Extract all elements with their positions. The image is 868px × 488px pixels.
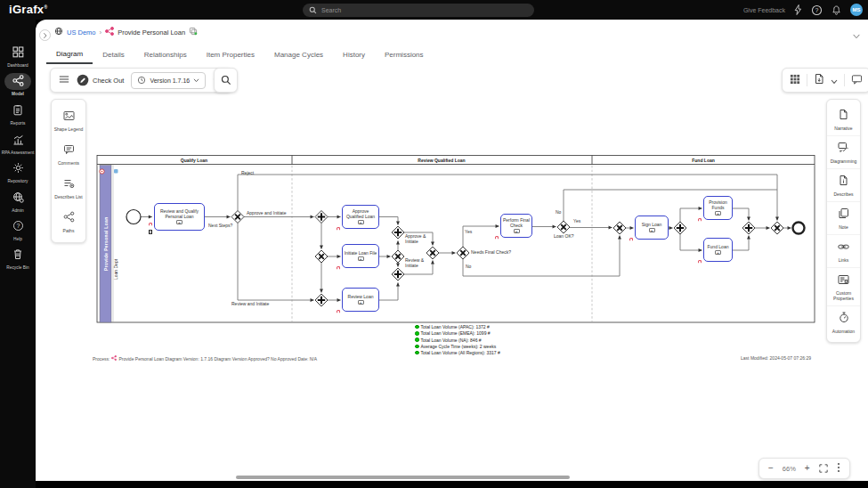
resource-loop-icon (149, 223, 152, 226)
export-caret-icon[interactable] (831, 72, 838, 88)
end-event[interactable] (793, 223, 805, 234)
describes-button[interactable]: Describes (827, 169, 860, 202)
green-status-dot (415, 345, 419, 349)
narrative-button[interactable]: Narrative (827, 103, 860, 136)
task-fund-loan[interactable]: Fund Loan + (703, 238, 733, 262)
footer-share-icon (111, 355, 117, 362)
breadcrumb-root-link[interactable]: US Demo (67, 28, 96, 37)
zoom-out-button[interactable]: − (768, 464, 774, 473)
svg-text:?: ? (16, 223, 20, 229)
topbar: iGrafx® Give Feedback ? MS (0, 0, 868, 20)
comment-bubble-icon[interactable] (851, 72, 863, 88)
stat-item: Total Loan Volume (EMEA): 1099 # (415, 330, 500, 336)
describes-icon (839, 174, 848, 190)
tab-history[interactable]: History (333, 45, 375, 64)
collapse-panel-button[interactable] (39, 29, 51, 41)
version-dropdown[interactable]: Version 1.7.16 (131, 72, 206, 89)
give-feedback-link[interactable]: Give Feedback (743, 7, 785, 13)
search-input[interactable] (321, 7, 528, 13)
task-perform-final-check[interactable]: Perform Final Check + (500, 214, 532, 238)
stat-item: Total Loan Volume (NA): 846 # (415, 338, 500, 343)
check-out-button[interactable]: Check Out (77, 74, 124, 86)
tab-details[interactable]: Details (93, 45, 134, 64)
stat-item: Total Loan Volume (APAC): 1372 # (415, 324, 500, 329)
diagramming-button[interactable]: Diagramming (827, 136, 860, 169)
tab-diagram[interactable]: Diagram (46, 45, 93, 64)
org-icon (54, 27, 63, 37)
tab-relationships[interactable]: Relationships (134, 45, 197, 64)
diagram-statistics: Total Loan Volume (APAC): 1372 # Total L… (415, 324, 500, 355)
sidebar-item-admin[interactable]: Admin (0, 191, 36, 214)
diagram-search-button[interactable] (214, 68, 238, 93)
sidebar-item-help[interactable]: ? Help (0, 219, 36, 242)
stat-item: Total Loan Volume (All Regions): 3317 # (415, 350, 500, 355)
zoom-in-button[interactable]: + (805, 464, 810, 473)
toolbar-divider (807, 74, 807, 86)
last-modified-label: Last Modified: 2024-05-07 07:26:29 (741, 355, 811, 361)
process-share-icon (105, 27, 114, 37)
user-avatar[interactable]: MS (850, 4, 863, 16)
phase-fund-loan: Fund Loan (692, 158, 715, 163)
notifications-bell-icon[interactable] (831, 4, 841, 15)
subprocess-plus-icon: + (514, 229, 520, 233)
chevron-down-icon[interactable] (852, 28, 861, 44)
sidebar-item-rpa-assessment[interactable]: RPA Assessment (0, 133, 36, 156)
links-button[interactable]: Links (827, 235, 860, 268)
grid-view-icon[interactable] (790, 72, 800, 88)
resource-loop-icon (337, 266, 340, 270)
green-status-dot (415, 338, 419, 342)
sidebar-item-model[interactable]: Model (0, 73, 36, 97)
task-initiate-loan-file[interactable]: Initiate Loan File + (342, 244, 379, 268)
task-sign-loan[interactable]: Sign Loan + (635, 216, 669, 240)
green-status-dot (415, 331, 419, 336)
stat-item: Average Cycle Time (weeks): 2 weeks (415, 344, 500, 349)
task-review-and-qualify-personal-loan[interactable]: Review and Qualify Personal Loan + (154, 203, 205, 231)
caret-down-icon (193, 78, 199, 83)
zoom-level: 66% (783, 465, 796, 473)
lightning-icon[interactable] (794, 4, 802, 15)
view-tools (782, 68, 868, 93)
kebab-menu-icon[interactable] (837, 460, 840, 476)
help-icon[interactable]: ? (811, 4, 823, 16)
resource-loop-icon (698, 260, 702, 264)
sidebar-item-repository[interactable]: Repository (0, 161, 36, 184)
process-footer: Process: Provide Personal Loan Diagram V… (93, 355, 317, 362)
start-event[interactable] (126, 210, 141, 224)
note-button[interactable]: Note (827, 202, 860, 235)
export-document-icon[interactable] (814, 72, 824, 88)
task-review-loan[interactable]: Review Loan + (342, 288, 379, 312)
global-search (303, 4, 534, 17)
tab-item-properties[interactable]: Item Properties (197, 45, 264, 64)
describes-list-button[interactable]: Describes List (52, 171, 85, 205)
tab-manage-cycles[interactable]: Manage Cycles (264, 45, 333, 64)
resource-loop-icon (629, 238, 633, 241)
task-approve-qualified-loan[interactable]: Approve Qualified Loan + (342, 205, 379, 229)
edge-label-yes2: Yes (573, 219, 580, 224)
shape-legend-button[interactable]: Shape Legend (52, 103, 85, 137)
version-clock-icon (137, 76, 146, 85)
subprocess-plus-icon: + (358, 220, 364, 224)
resource-loop-icon (698, 218, 702, 222)
sidebar-item-dashboard[interactable]: Dashboard (0, 45, 36, 69)
sidebar-item-reports[interactable]: Reports (0, 103, 36, 126)
comments-button[interactable]: Comments (52, 137, 85, 171)
checkout-pencil-icon (77, 74, 89, 86)
reports-icon (12, 103, 23, 119)
task-provision-funds[interactable]: Provision Funds + (703, 196, 733, 220)
paths-button[interactable]: Paths (52, 205, 85, 239)
resource-loop-icon (495, 236, 499, 240)
horizontal-scrollbar[interactable] (236, 476, 570, 479)
version-badge-icon[interactable] (189, 27, 198, 37)
lane-label: Provide Personal Loan (100, 166, 111, 322)
canvas-left-panel: Shape Legend Comments Describes List Pat… (51, 99, 86, 243)
trash-icon (12, 248, 23, 264)
sidebar-item-recycle-bin[interactable]: Recycle Bin (0, 248, 36, 271)
hamburger-menu-icon[interactable] (59, 72, 69, 88)
bpmn-canvas[interactable]: Qualify Loan Review Qualified Loan Fund … (96, 153, 817, 327)
custom-properties-button[interactable]: Custom Properties (827, 268, 860, 306)
fullscreen-icon[interactable] (819, 460, 828, 476)
tab-permissions[interactable]: Permissions (375, 45, 434, 64)
model-share-icon (12, 74, 24, 90)
automation-button[interactable]: Automation (827, 306, 860, 338)
canvas-right-panel: Narrative Diagramming Describes Note Lin… (826, 99, 861, 343)
